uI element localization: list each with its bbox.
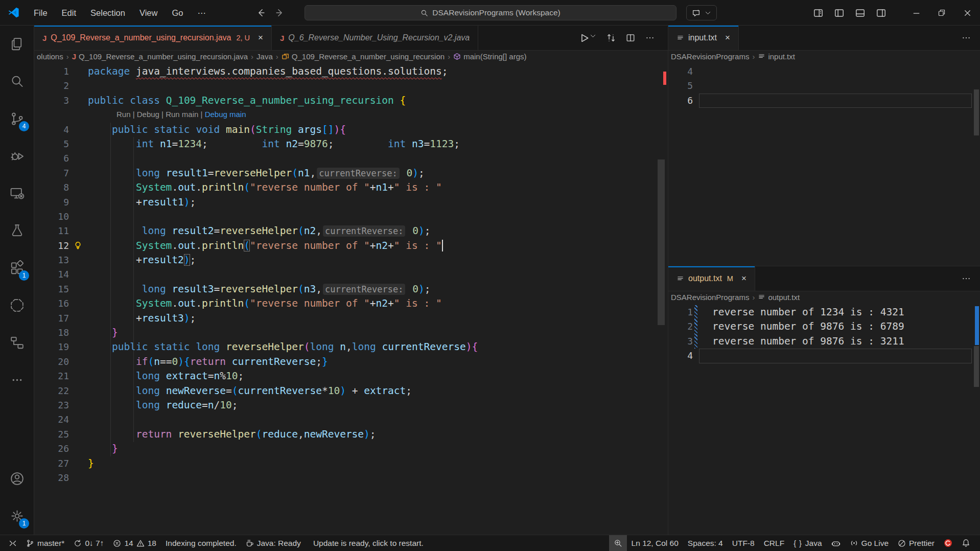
status-remote-window[interactable] — [4, 535, 21, 551]
breadcrumb[interactable]: DSARevisionPrograms›input.txt — [668, 51, 980, 62]
status-indentation[interactable]: Spaces: 4 — [683, 535, 728, 551]
toggle-secondary-sidebar-icon[interactable] — [876, 8, 886, 18]
forward-icon[interactable] — [275, 8, 285, 18]
status-prettier[interactable]: Prettier — [893, 535, 939, 551]
activity-project-boxes-icon[interactable] — [0, 324, 34, 361]
status-eol-sequence[interactable]: CRLF — [759, 535, 789, 551]
code-text[interactable]: +result3); — [88, 311, 196, 326]
menu-edit[interactable]: Edit — [55, 5, 83, 21]
code-text[interactable]: long result3=reverseHelper(n3,currentRev… — [88, 282, 430, 296]
activity-testing-icon[interactable] — [0, 212, 34, 249]
activity-more-icon[interactable] — [0, 361, 34, 399]
breadcrumb[interactable]: DSARevisionPrograms›output.txt — [668, 291, 980, 303]
breadcrumb-item[interactable]: main(String[] args) — [453, 52, 526, 61]
breadcrumb-item[interactable]: input.txt — [758, 52, 795, 61]
status-indexing-status[interactable]: Indexing completed. — [161, 535, 241, 551]
status-encoding[interactable]: UTF-8 — [728, 535, 759, 551]
status-language-mode[interactable]: { }Java — [789, 535, 826, 551]
code-text[interactable]: long result2=reverseHelper(n2,currentRev… — [88, 224, 430, 238]
status-notifications[interactable] — [957, 535, 975, 551]
split-editor-icon[interactable] — [626, 33, 635, 42]
code-text[interactable] — [699, 94, 972, 108]
input-editor[interactable]: 456 — [668, 62, 980, 265]
customize-layout-icon[interactable] — [813, 8, 823, 18]
close-button[interactable] — [954, 0, 980, 26]
copilot-button[interactable] — [686, 5, 717, 20]
scrollbar-vertical[interactable] — [658, 62, 668, 535]
code-text[interactable]: System.out.println("reverse number of "+… — [88, 180, 442, 195]
more-actions-icon[interactable] — [962, 33, 971, 42]
command-center[interactable]: DSARevisionPrograms (Workspace) — [305, 5, 676, 20]
output-editor[interactable]: 1reverse number of 1234 is : 43212revers… — [668, 303, 980, 535]
breadcrumb-item[interactable]: olutions — [37, 52, 63, 61]
run-button[interactable] — [579, 33, 596, 43]
more-actions-icon[interactable] — [645, 33, 655, 42]
scrollbar-slider[interactable] — [974, 346, 979, 387]
activity-remote-explorer-icon[interactable] — [0, 175, 34, 212]
activity-extensions-icon[interactable]: 1 — [0, 249, 34, 287]
close-icon[interactable]: × — [725, 33, 730, 43]
menu-selection[interactable]: Selection — [83, 5, 132, 21]
tab-q6-java[interactable]: J Q_6_Reverse_Number_Using_Recursion_v2.… — [272, 26, 478, 50]
menu-go[interactable]: Go — [165, 5, 190, 21]
codelens[interactable]: Run | Debug | Run main | Debug main — [88, 108, 246, 122]
breadcrumb[interactable]: olutions›JQ_109_Reverse_a_number_using_r… — [34, 51, 668, 62]
toggle-panel-icon[interactable] — [855, 8, 865, 18]
tab-q109-java[interactable]: J Q_109_Reverse_a_number_using_recursion… — [34, 26, 272, 50]
minimize-button[interactable] — [903, 0, 929, 26]
code-text[interactable]: public static long reverseHelper(long n,… — [88, 340, 478, 354]
activity-octagon-extension-icon[interactable] — [0, 287, 34, 324]
menu-view[interactable]: View — [132, 5, 165, 21]
breadcrumb-item[interactable]: DSARevisionPrograms — [671, 293, 749, 302]
tab-input-txt[interactable]: input.txt × — [668, 26, 739, 50]
status-git-branch[interactable]: master* — [21, 535, 69, 551]
breadcrumb-item[interactable]: Java — [256, 52, 273, 61]
codelens-link[interactable]: Debug main — [205, 110, 246, 119]
breadcrumb-item[interactable]: Q_109_Reverse_a_number_using_recursion — [282, 52, 445, 61]
lightbulb-icon[interactable] — [73, 241, 83, 250]
status-java-status[interactable]: Java: Ready — [241, 535, 306, 551]
code-text[interactable]: +result1); — [88, 195, 196, 210]
code-text[interactable]: public static void main(String args[]){ — [88, 123, 346, 137]
activity-run-debug-icon[interactable] — [0, 137, 34, 175]
compare-changes-icon[interactable] — [606, 33, 616, 42]
code-text[interactable]: System.out.println("reverse number of "+… — [88, 239, 443, 253]
maximize-restore-button[interactable] — [929, 0, 954, 26]
activity-source-control-icon[interactable]: 4 — [0, 100, 34, 137]
activity-settings-icon[interactable]: 1 — [0, 497, 34, 535]
menu-more[interactable]: ⋯ — [190, 5, 213, 21]
code-text[interactable]: int n1=1234; int n2=9876; int n3=1123; — [88, 137, 460, 151]
breadcrumb-item[interactable]: DSARevisionPrograms — [671, 52, 749, 61]
status-zoom-indicator[interactable] — [609, 535, 627, 551]
more-actions-icon[interactable] — [962, 274, 971, 283]
status-git-sync[interactable]: 0↓ 7↑ — [69, 535, 108, 551]
code-text[interactable]: long extract=n%10; — [88, 369, 244, 383]
tab-output-txt[interactable]: output.txt M × — [668, 266, 755, 291]
close-icon[interactable]: × — [258, 33, 263, 43]
code-text[interactable]: +result2); — [88, 253, 196, 267]
scrollbar-slider[interactable] — [974, 89, 979, 135]
code-text[interactable]: package java_interviews.companies_based_… — [88, 64, 448, 79]
scrollbar-slider[interactable] — [658, 159, 665, 325]
back-icon[interactable] — [255, 8, 266, 18]
menu-file[interactable]: File — [27, 5, 55, 21]
code-text[interactable]: reverse number of 1234 is : 4321 — [699, 305, 972, 319]
code-text[interactable]: } — [88, 326, 118, 340]
code-text[interactable] — [699, 79, 972, 93]
code-text[interactable]: long newReverse=(currentReverse*10) + ex… — [88, 384, 412, 398]
activity-explorer-icon[interactable] — [0, 26, 34, 63]
code-text[interactable]: if(n==0){return currentReverse;} — [88, 355, 328, 369]
code-text[interactable] — [699, 349, 972, 363]
status-go-live[interactable]: Go Live — [845, 535, 893, 551]
breadcrumb-item[interactable]: JQ_109_Reverse_a_number_using_recursion.… — [72, 52, 248, 61]
status-copilot-status[interactable] — [827, 535, 845, 551]
status-problems[interactable]: 1418 — [108, 535, 161, 551]
breadcrumb-item[interactable]: output.txt — [758, 293, 800, 302]
code-editor[interactable]: 1package java_interviews.companies_based… — [34, 62, 668, 535]
code-text[interactable]: reverse number of 9876 is : 3211 — [699, 334, 972, 349]
activity-account-icon[interactable] — [0, 460, 34, 497]
status-cursor-position[interactable]: Ln 12, Col 60 — [627, 535, 683, 551]
code-text[interactable]: return reverseHelper(reduce,newReverse); — [88, 427, 376, 442]
code-text[interactable]: long result1=reverseHelper(n1,currentRev… — [88, 166, 425, 180]
code-text[interactable]: } — [88, 442, 118, 456]
